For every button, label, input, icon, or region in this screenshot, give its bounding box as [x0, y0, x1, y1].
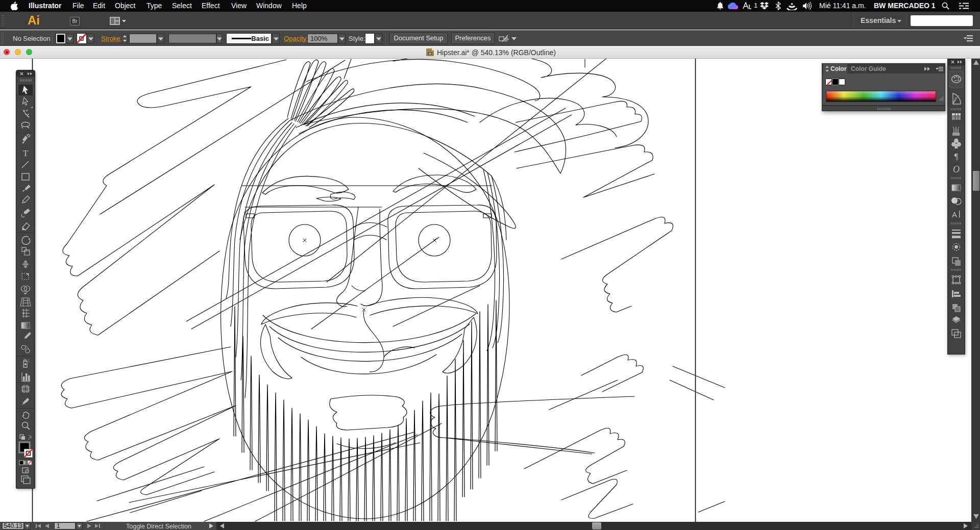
svg-text:O: O [953, 164, 960, 174]
svg-text:A: A [952, 210, 957, 219]
svg-text:T: T [23, 148, 29, 158]
svg-text:¶: ¶ [954, 152, 959, 161]
svg-text:Ai: Ai [429, 52, 431, 55]
